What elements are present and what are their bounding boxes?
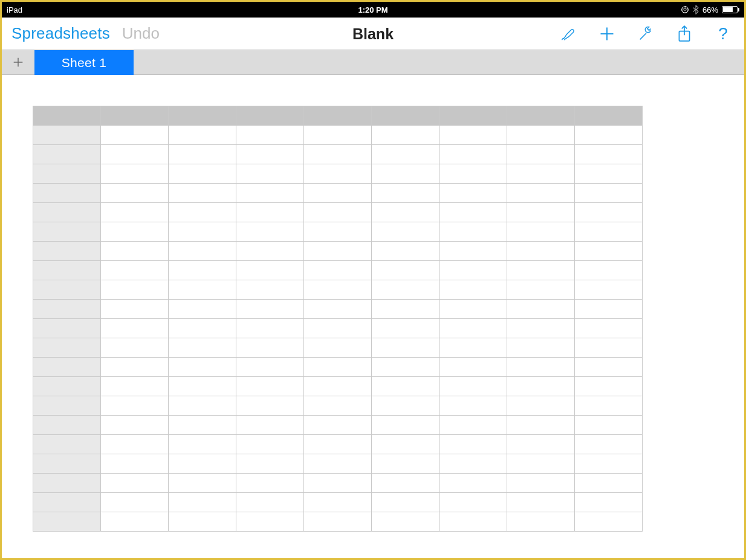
table-row[interactable] — [33, 261, 643, 280]
cell[interactable] — [575, 377, 643, 396]
cell[interactable] — [169, 512, 236, 532]
cell[interactable] — [439, 242, 507, 261]
cell[interactable] — [304, 164, 372, 184]
cell[interactable] — [575, 416, 643, 435]
cell[interactable] — [507, 338, 575, 358]
cell[interactable] — [507, 474, 575, 493]
cell[interactable] — [507, 396, 575, 416]
column-header[interactable] — [33, 106, 101, 126]
cell[interactable] — [304, 512, 372, 532]
cell[interactable] — [575, 319, 643, 338]
cell[interactable] — [236, 416, 304, 435]
cell[interactable] — [101, 454, 169, 474]
row-header[interactable] — [33, 377, 101, 396]
cell[interactable] — [439, 126, 507, 145]
table-row[interactable] — [33, 377, 643, 396]
cell[interactable] — [236, 377, 304, 396]
cell[interactable] — [575, 126, 643, 145]
cell[interactable] — [236, 222, 304, 242]
table-row[interactable] — [33, 164, 643, 184]
cell[interactable] — [507, 261, 575, 280]
row-header[interactable] — [33, 184, 101, 203]
row-header[interactable] — [33, 454, 101, 474]
spreadsheet-canvas[interactable] — [4, 77, 742, 556]
column-header[interactable] — [304, 106, 372, 126]
cell[interactable] — [304, 203, 372, 222]
cell[interactable] — [304, 454, 372, 474]
cell[interactable] — [507, 145, 575, 164]
row-header[interactable] — [33, 203, 101, 222]
cell[interactable] — [439, 474, 507, 493]
cell[interactable] — [304, 242, 372, 261]
cell[interactable] — [101, 126, 169, 145]
cell[interactable] — [169, 377, 236, 396]
undo-button[interactable]: Undo — [122, 24, 160, 43]
cell[interactable] — [372, 242, 439, 261]
cell[interactable] — [304, 319, 372, 338]
cell[interactable] — [236, 396, 304, 416]
add-sheet-button[interactable] — [2, 50, 34, 74]
cell[interactable] — [507, 242, 575, 261]
cell[interactable] — [101, 222, 169, 242]
cell[interactable] — [236, 300, 304, 319]
cell[interactable] — [372, 126, 439, 145]
cell[interactable] — [169, 261, 236, 280]
cell[interactable] — [236, 126, 304, 145]
cell[interactable] — [507, 126, 575, 145]
cell[interactable] — [507, 300, 575, 319]
cell[interactable] — [101, 164, 169, 184]
cell[interactable] — [304, 126, 372, 145]
cell[interactable] — [101, 493, 169, 512]
cell[interactable] — [101, 300, 169, 319]
cell[interactable] — [507, 358, 575, 377]
cell[interactable] — [575, 242, 643, 261]
cell[interactable] — [439, 358, 507, 377]
cell[interactable] — [304, 222, 372, 242]
cell[interactable] — [169, 184, 236, 203]
cell[interactable] — [372, 493, 439, 512]
row-header[interactable] — [33, 242, 101, 261]
cell[interactable] — [507, 377, 575, 396]
cell[interactable] — [372, 358, 439, 377]
cell[interactable] — [304, 300, 372, 319]
cell[interactable] — [507, 184, 575, 203]
cell[interactable] — [439, 435, 507, 454]
cell[interactable] — [439, 300, 507, 319]
cell[interactable] — [372, 319, 439, 338]
table-row[interactable] — [33, 203, 643, 222]
cell[interactable] — [507, 164, 575, 184]
back-button[interactable]: Spreadsheets — [11, 24, 110, 43]
cell[interactable] — [439, 512, 507, 532]
table-row[interactable] — [33, 493, 643, 512]
cell[interactable] — [575, 358, 643, 377]
table-row[interactable] — [33, 396, 643, 416]
table-row[interactable] — [33, 319, 643, 338]
cell[interactable] — [236, 242, 304, 261]
cell[interactable] — [439, 416, 507, 435]
cell[interactable] — [169, 454, 236, 474]
table-row[interactable] — [33, 280, 643, 300]
cell[interactable] — [101, 358, 169, 377]
cell[interactable] — [101, 145, 169, 164]
column-header[interactable] — [439, 106, 507, 126]
table-row[interactable] — [33, 242, 643, 261]
table-row[interactable] — [33, 126, 643, 145]
sheet-tab-active[interactable]: Sheet 1 — [34, 50, 134, 75]
row-header[interactable] — [33, 435, 101, 454]
cell[interactable] — [507, 319, 575, 338]
cell[interactable] — [101, 280, 169, 300]
cell[interactable] — [304, 280, 372, 300]
cell[interactable] — [439, 377, 507, 396]
cell[interactable] — [169, 222, 236, 242]
row-header[interactable] — [33, 512, 101, 532]
cell[interactable] — [439, 396, 507, 416]
cell[interactable] — [439, 280, 507, 300]
row-header[interactable] — [33, 474, 101, 493]
cell[interactable] — [439, 261, 507, 280]
cell[interactable] — [101, 261, 169, 280]
cell[interactable] — [169, 493, 236, 512]
cell[interactable] — [304, 377, 372, 396]
spreadsheet-table[interactable] — [33, 106, 643, 532]
cell[interactable] — [439, 338, 507, 358]
cell[interactable] — [507, 222, 575, 242]
